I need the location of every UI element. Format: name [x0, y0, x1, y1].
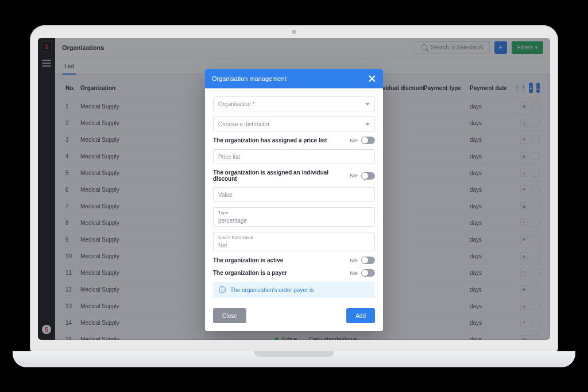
- count-from-value: Net: [218, 242, 227, 249]
- price-list-toggle-label: The organization has assigned a price li…: [213, 137, 327, 143]
- distributor-placeholder: Choose a distributor: [218, 121, 270, 127]
- info-banner: i The organization's order payer is: [213, 282, 375, 298]
- price-list-placeholder: Price list: [218, 154, 240, 160]
- count-from-label: Count from value: [218, 235, 253, 240]
- info-icon: i: [219, 286, 226, 293]
- toggle-off-text: Nie: [350, 173, 358, 178]
- laptop-base: [13, 351, 575, 367]
- toggle-off-text: Nie: [350, 138, 358, 143]
- modal-organisation-management: Organisation management Organisation * C…: [205, 69, 383, 331]
- count-from-select[interactable]: Count from value Net: [213, 232, 375, 251]
- modal-title: Organisation management: [212, 75, 287, 82]
- screen: S S Organizations Search in Salesbook: [38, 38, 550, 340]
- camera-dot: [292, 30, 296, 34]
- price-list-toggle[interactable]: [361, 137, 375, 144]
- payer-toggle-label: The organization is a payer: [213, 270, 287, 276]
- chevron-down-icon: [365, 123, 370, 126]
- discount-toggle-label: The organization is assigned an individu…: [213, 169, 350, 182]
- active-toggle[interactable]: [361, 257, 375, 264]
- organisation-placeholder: Organisation *: [218, 101, 254, 107]
- value-placeholder: Value: [218, 192, 233, 198]
- add-button-modal[interactable]: Add: [346, 308, 375, 323]
- close-button[interactable]: Close: [213, 308, 246, 323]
- distributor-select[interactable]: Choose a distributor: [213, 117, 375, 131]
- info-text: The organization's order payer is: [230, 287, 314, 293]
- payer-toggle[interactable]: [361, 269, 375, 277]
- organisation-select[interactable]: Organisation *: [213, 96, 375, 111]
- close-icon[interactable]: [368, 75, 376, 83]
- type-label: Type: [218, 210, 228, 215]
- chevron-down-icon: [365, 103, 370, 106]
- active-toggle-label: The organization is active: [213, 257, 283, 263]
- discount-value-input[interactable]: Value: [213, 187, 375, 202]
- laptop-frame: S S Organizations Search in Salesbook: [30, 25, 558, 352]
- toggle-off-text: Nie: [350, 258, 358, 263]
- price-list-input[interactable]: Price list: [213, 149, 375, 164]
- type-value: percentage: [218, 218, 247, 224]
- discount-toggle[interactable]: [361, 172, 375, 180]
- discount-type-select[interactable]: Type percentage: [213, 207, 375, 227]
- toggle-off-text: Nie: [350, 270, 358, 276]
